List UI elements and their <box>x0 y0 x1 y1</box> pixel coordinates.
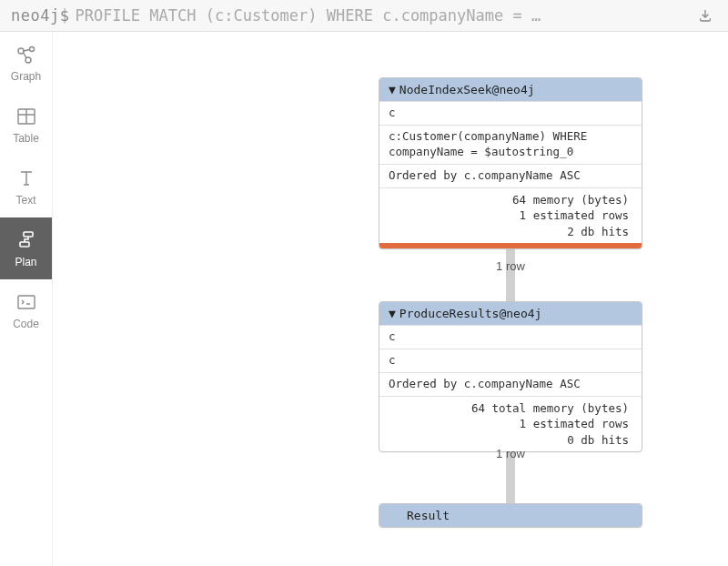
plan-node-dbhits-bar <box>379 243 642 248</box>
svg-rect-5 <box>20 242 29 247</box>
plan-node-vars: c <box>379 325 642 349</box>
sidebar-item-label: Graph <box>11 70 41 83</box>
sidebar-item-table[interactable]: Table <box>0 94 52 156</box>
triangle-down-icon: ▼ <box>389 83 396 96</box>
plan-connector <box>506 247 515 303</box>
stat-estrows: 1 estimated rows <box>392 207 629 224</box>
plan-node-header[interactable]: ▼ NodeIndexSeek@neo4j <box>379 78 642 101</box>
sidebar-item-text[interactable]: Text <box>0 156 52 217</box>
plan-node-vars: c <box>379 101 642 125</box>
query-text: PROFILE MATCH (c:Customer) WHERE c.compa… <box>75 6 688 25</box>
plan-node-header[interactable]: ▼ ProduceResults@neo4j <box>379 302 642 325</box>
plan-node-produceresults[interactable]: ▼ ProduceResults@neo4j c c Ordered by c.… <box>379 301 642 452</box>
stat-dbhits: 0 db hits <box>392 432 629 449</box>
sidebar-item-plan[interactable]: Plan <box>0 217 52 279</box>
plan-node-title: NodeIndexSeek@neo4j <box>399 83 535 96</box>
sidebar-item-label: Text <box>15 194 35 207</box>
plan-node-title: ProduceResults@neo4j <box>399 307 542 320</box>
sidebar-item-graph[interactable]: Graph <box>0 32 52 94</box>
query-bar[interactable]: neo4j$ PROFILE MATCH (c:Customer) WHERE … <box>0 0 728 32</box>
sidebar-item-label: Code <box>13 318 39 330</box>
stat-estrows: 1 estimated rows <box>392 416 629 432</box>
svg-rect-6 <box>18 296 35 308</box>
graph-icon <box>15 43 38 66</box>
plan-icon <box>15 228 38 252</box>
plan-node-header: Result <box>379 504 642 527</box>
plan-node-order: Ordered by c.companyName ASC <box>379 164 642 187</box>
plan-canvas[interactable]: ▼ NodeIndexSeek@neo4j c c:Customer(compa… <box>53 32 728 566</box>
plan-rows-label: 1 row <box>483 447 538 460</box>
stat-totalmem: 64 total memory (bytes) <box>392 400 629 417</box>
plan-node-indexseek[interactable]: ▼ NodeIndexSeek@neo4j c c:Customer(compa… <box>379 77 642 249</box>
plan-node-result[interactable]: Result <box>379 503 642 528</box>
sidebar-item-label: Plan <box>15 256 36 268</box>
download-icon[interactable] <box>693 8 717 23</box>
sidebar-item-code[interactable]: Code <box>0 279 52 341</box>
stat-dbhits: 2 db hits <box>392 224 629 240</box>
prompt-label: neo4j$ <box>11 6 69 25</box>
svg-point-1 <box>29 47 34 52</box>
sidebar-item-label: Table <box>13 132 39 145</box>
plan-rows-label: 1 row <box>483 259 538 273</box>
plan-node-stats: 64 memory (bytes) 1 estimated rows 2 db … <box>379 187 642 244</box>
text-icon <box>15 167 38 190</box>
code-icon <box>15 290 38 314</box>
stat-memory: 64 memory (bytes) <box>392 192 629 208</box>
svg-rect-4 <box>24 232 33 237</box>
triangle-down-icon: ▼ <box>389 307 396 320</box>
plan-node-vars: c <box>379 349 642 372</box>
plan-node-stats: 64 total memory (bytes) 1 estimated rows… <box>379 396 642 452</box>
sidebar: Graph Table Text <box>0 32 53 566</box>
plan-node-title: Result <box>407 509 450 522</box>
plan-node-detail: c:Customer(companyName) WHERE companyNam… <box>379 125 642 164</box>
table-icon <box>15 105 38 128</box>
plan-node-order: Ordered by c.companyName ASC <box>379 372 642 396</box>
